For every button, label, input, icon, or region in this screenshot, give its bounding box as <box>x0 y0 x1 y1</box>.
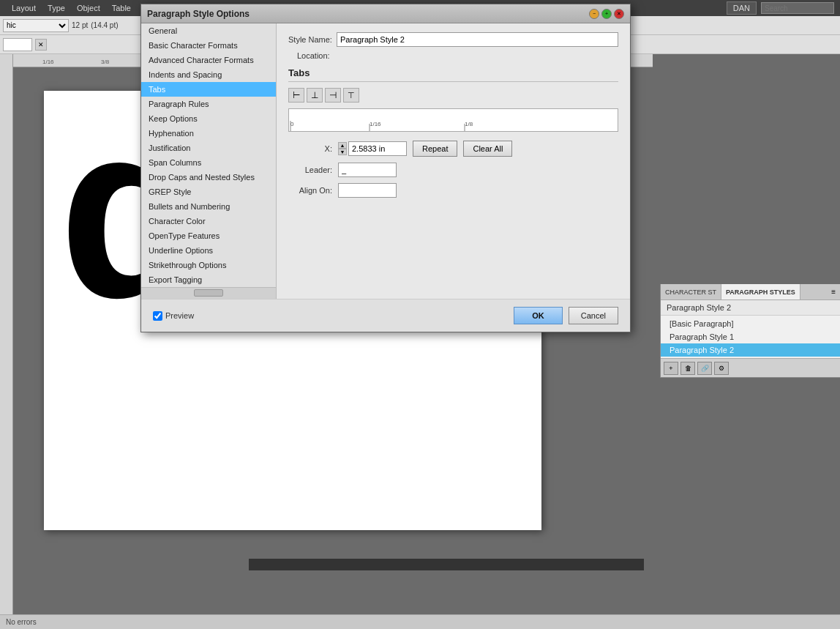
menu-table[interactable]: Table <box>106 4 137 12</box>
dialog-footer: Preview OK Cancel <box>141 299 630 332</box>
panel-link-btn[interactable]: 🔗 <box>697 362 712 375</box>
paragraph-styles-panel: CHARACTER ST PARAGRAPH STYLES ≡ Paragrap… <box>660 284 840 378</box>
panel-menu-icon[interactable]: ≡ <box>827 284 840 299</box>
panel-footer: + 🗑 🔗 ⚙ <box>661 358 840 377</box>
tab-icons-row: ⊢ ⊥ ⊣ ⊤ <box>288 88 618 103</box>
user-button[interactable]: DAN <box>727 1 757 15</box>
x-spinner-down[interactable]: ▼ <box>338 149 347 155</box>
tab-align-decimal-btn[interactable]: ⊤ <box>343 88 359 103</box>
tab-character-styles[interactable]: CHARACTER ST <box>661 284 721 299</box>
bottom-bar <box>249 559 644 570</box>
tab-align-center-btn[interactable]: ⊥ <box>307 88 323 103</box>
sidebar-item-char-color[interactable]: Character Color <box>141 214 276 228</box>
sidebar-item-export[interactable]: Export Tagging <box>141 272 276 287</box>
dialog: Paragraph Style Options − + ✕ General Ba… <box>140 4 631 332</box>
sidebar-item-tabs[interactable]: Tabs <box>141 82 276 97</box>
sidebar-item-underline[interactable]: Underline Options <box>141 243 276 258</box>
tab-ruler-area[interactable]: 0 1/16 1/8 <box>288 108 618 132</box>
style-name-label: Style Name: <box>288 35 332 44</box>
dialog-minimize-btn[interactable]: − <box>589 9 599 19</box>
sidebar-item-justification[interactable]: Justification <box>141 141 276 155</box>
font-select[interactable]: hic <box>3 19 69 32</box>
style-name-input[interactable] <box>337 32 618 47</box>
sidebar-item-basic-char[interactable]: Basic Character Formats <box>141 38 276 53</box>
x-input[interactable] <box>348 141 407 156</box>
tab-align-right-btn[interactable]: ⊣ <box>325 88 341 103</box>
dialog-title: Paragraph Style Options <box>147 9 250 19</box>
sidebar-item-hyphenation[interactable]: Hyphenation <box>141 126 276 141</box>
zoom-close-btn[interactable]: ✕ <box>35 39 47 51</box>
ok-button[interactable]: OK <box>514 307 563 324</box>
sidebar-item-drop-caps[interactable]: Drop Caps and Nested Styles <box>141 170 276 185</box>
preview-section: Preview <box>153 311 194 321</box>
panel-title: Paragraph Style 2 <box>661 300 840 316</box>
sidebar-item-grep-style[interactable]: GREP Style <box>141 185 276 199</box>
sidebar-item-opentype[interactable]: OpenType Features <box>141 228 276 243</box>
search-input[interactable] <box>761 2 834 14</box>
font-size-display: 12 pt <box>72 21 88 29</box>
menu-type[interactable]: Type <box>42 4 71 12</box>
sidebar-item-bullets[interactable]: Bullets and Numbering <box>141 199 276 214</box>
status-bar: No errors <box>0 614 840 629</box>
panel-settings-btn[interactable]: ⚙ <box>714 362 729 375</box>
sidebar-item-indents-spacing[interactable]: Indents and Spacing <box>141 67 276 82</box>
panel-item-basic[interactable]: [Basic Paragraph] <box>661 317 840 330</box>
sidebar-scrollbar[interactable] <box>141 287 276 299</box>
preview-checkbox[interactable] <box>153 311 162 321</box>
panel-tabs: CHARACTER ST PARAGRAPH STYLES ≡ <box>661 284 840 300</box>
menu-object[interactable]: Object <box>71 4 106 12</box>
x-spinner-up[interactable]: ▲ <box>338 142 347 149</box>
dialog-sidebar: General Basic Character Formats Advanced… <box>141 23 277 299</box>
sidebar-item-general[interactable]: General <box>141 23 276 38</box>
tab-align-left-btn[interactable]: ⊢ <box>288 88 304 103</box>
panel-item-style2[interactable]: Paragraph Style 2 <box>661 343 840 357</box>
clear-all-button[interactable]: Clear All <box>463 141 512 157</box>
dialog-close-btn[interactable]: ✕ <box>614 9 624 19</box>
leader-input[interactable] <box>338 163 397 177</box>
font-size2-display: (14.4 pt) <box>91 21 118 29</box>
panel-delete-style-btn[interactable]: 🗑 <box>680 362 695 375</box>
ruler-mark-2: 3/8 <box>101 59 109 65</box>
sidebar-item-keep-options[interactable]: Keep Options <box>141 111 276 126</box>
dialog-content: Style Name: Location: Tabs ⊢ ⊥ ⊣ ⊤ <box>277 23 630 299</box>
tabs-section-title: Tabs <box>288 67 618 82</box>
menu-layout[interactable]: Layout <box>6 4 42 12</box>
sidebar-item-advanced-char[interactable]: Advanced Character Formats <box>141 53 276 67</box>
status-text: No errors <box>6 618 37 626</box>
panel-new-style-btn[interactable]: + <box>664 362 678 375</box>
ruler-mark-1: 1/16 <box>42 59 54 65</box>
cancel-button[interactable]: Cancel <box>569 307 618 324</box>
leader-label: Leader: <box>288 165 332 174</box>
dialog-titlebar: Paragraph Style Options − + ✕ <box>141 4 630 23</box>
repeat-button[interactable]: Repeat <box>413 141 457 157</box>
x-label: X: <box>288 144 332 153</box>
dialog-maximize-btn[interactable]: + <box>601 9 612 19</box>
panel-list: [Basic Paragraph] Paragraph Style 1 Para… <box>661 316 840 358</box>
align-on-label: Align On: <box>288 186 332 195</box>
ruler-vertical <box>0 54 13 614</box>
sidebar-item-para-rules[interactable]: Paragraph Rules <box>141 97 276 111</box>
preview-label: Preview <box>165 311 194 320</box>
zoom-input[interactable]: 205% <box>3 38 32 51</box>
align-on-input[interactable] <box>338 183 397 198</box>
sidebar-item-span-columns[interactable]: Span Columns <box>141 155 276 170</box>
sidebar-item-strikethrough[interactable]: Strikethrough Options <box>141 258 276 272</box>
panel-item-style1[interactable]: Paragraph Style 1 <box>661 330 840 343</box>
dialog-body: General Basic Character Formats Advanced… <box>141 23 630 299</box>
tab-paragraph-styles[interactable]: PARAGRAPH STYLES <box>721 284 800 299</box>
location-label: Location: <box>297 51 330 60</box>
